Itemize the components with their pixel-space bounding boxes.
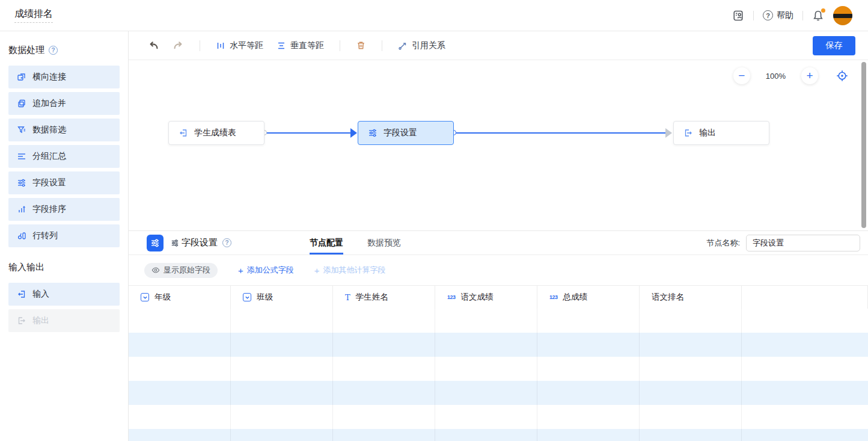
output-icon — [683, 128, 693, 138]
table-cell — [537, 381, 640, 405]
column-header-label: 语文排名 — [652, 292, 684, 303]
union-icon — [17, 99, 26, 108]
column-header-empty — [742, 286, 868, 309]
sidebar-item-append-union[interactable]: 追加合并 — [8, 92, 120, 115]
flow-canvas[interactable]: − 100% + — [129, 60, 868, 230]
text-type-icon: T — [345, 294, 350, 301]
column-header-grade[interactable]: 年级 — [129, 286, 231, 309]
add-formula-field-button[interactable]: + 添加公式字段 — [238, 265, 294, 276]
flow-node-output[interactable]: 输出 — [673, 121, 769, 145]
table-cell — [640, 381, 742, 405]
flow-node-label: 学生成绩表 — [194, 128, 236, 138]
table-cell — [231, 405, 333, 429]
sidebar-item-row-to-column[interactable]: 行转列 — [8, 224, 120, 247]
vertical-distribute-button[interactable]: 垂直等距 — [274, 38, 326, 54]
group-list-icon — [17, 152, 26, 161]
eye-icon — [151, 266, 160, 274]
horizontal-distribute-label: 水平等距 — [230, 40, 263, 51]
sidebar-item-data-filter[interactable]: 数据筛选 — [8, 119, 120, 141]
sidebar-item-label: 数据筛选 — [32, 125, 66, 135]
sliders-icon — [17, 178, 26, 188]
flow-link — [264, 132, 351, 134]
panel-help-icon[interactable]: ? — [222, 238, 231, 247]
output-icon — [17, 316, 26, 325]
show-original-fields-button[interactable]: 显示原始字段 — [144, 263, 218, 278]
sidebar-item-group-summary[interactable]: 分组汇总 — [8, 145, 120, 168]
zoom-level: 100% — [766, 72, 786, 81]
sidebar-item-field-settings[interactable]: 字段设置 — [8, 171, 120, 194]
undo-button[interactable] — [145, 37, 162, 54]
help-button[interactable]: ? 帮助 — [763, 10, 793, 21]
vertical-scrollbar[interactable] — [861, 62, 866, 228]
section-title: 输入输出 — [8, 262, 44, 273]
table-cell — [231, 309, 333, 333]
table-cell — [333, 381, 435, 405]
sidebar-item-input[interactable]: 输入 — [8, 283, 120, 306]
sidebar-item-label: 分组汇总 — [32, 151, 66, 162]
table-cell — [742, 357, 868, 381]
sidebar-item-label: 行转列 — [32, 230, 58, 241]
section-help-icon[interactable]: ? — [49, 46, 58, 55]
table-cell — [333, 333, 435, 357]
column-header-label: 班级 — [257, 292, 273, 303]
tab-data-preview[interactable]: 数据预览 — [367, 231, 401, 254]
transpose-icon — [17, 231, 26, 241]
add-other-calc-field-label: 添加其他计算字段 — [323, 265, 386, 276]
redo-button[interactable] — [170, 37, 186, 54]
table-cell — [231, 357, 333, 381]
flow-link-arrow — [665, 128, 672, 138]
tab-node-config[interactable]: 节点配置 — [310, 231, 343, 254]
save-button[interactable]: 保存 — [813, 36, 855, 55]
table-row — [129, 429, 868, 441]
table-cell — [640, 309, 742, 333]
reference-relation-button[interactable]: 引用关系 — [396, 38, 448, 54]
panel-title-group: 字段设置 — [171, 237, 218, 248]
main-area: 水平等距 垂直等距 — [129, 31, 868, 441]
zoom-in-button[interactable]: + — [801, 67, 818, 84]
field-settings-badge-icon — [147, 235, 164, 251]
table-cell — [537, 357, 640, 381]
zoom-controls: − 100% + — [733, 67, 851, 84]
column-header-label: 语文成绩 — [461, 292, 494, 303]
delete-button[interactable] — [353, 38, 368, 53]
sidebar-item-horizontal-join[interactable]: 横向连接 — [8, 66, 120, 88]
flow-node-field-settings[interactable]: 字段设置 — [358, 121, 454, 145]
input-table-icon — [179, 128, 188, 138]
column-header-chinese-score[interactable]: 123 语文成绩 — [435, 286, 537, 309]
filter-icon — [17, 125, 26, 135]
column-header-total-score[interactable]: 123 总成绩 — [537, 286, 640, 309]
column-header-chinese-rank[interactable]: 语文排名 — [640, 286, 742, 309]
sidebar-item-field-sort[interactable]: 字段排序 — [8, 198, 120, 221]
flow-link — [454, 132, 666, 134]
column-header-student-name[interactable]: T 学生姓名 — [333, 286, 435, 309]
flow-node-input-table[interactable]: 学生成绩表 — [168, 121, 264, 145]
table-row — [129, 357, 868, 381]
zoom-out-button[interactable]: − — [733, 67, 750, 84]
column-header-class[interactable]: 班级 — [231, 286, 333, 309]
locate-center-icon[interactable] — [834, 67, 851, 84]
horizontal-distribute-button[interactable]: 水平等距 — [213, 38, 266, 54]
app-window: 成绩排名 ? 帮助 — [0, 0, 868, 441]
page-title[interactable]: 成绩排名 — [14, 8, 53, 23]
divider — [753, 11, 754, 20]
divider — [382, 40, 382, 51]
table-cell — [742, 333, 868, 357]
table-cell — [537, 405, 640, 429]
panel-header: 字段设置 ? 节点配置 数据预览 节点名称: — [129, 231, 868, 255]
avatar[interactable] — [833, 6, 852, 25]
table-cell — [333, 357, 435, 381]
topbar-actions: ? 帮助 — [732, 6, 852, 25]
table-cell — [231, 381, 333, 405]
table-cell — [129, 405, 231, 429]
reference-relation-label: 引用关系 — [412, 40, 445, 51]
column-header-label: 年级 — [154, 292, 171, 303]
table-cell — [640, 333, 742, 357]
table-cell — [640, 429, 742, 441]
node-name-input[interactable] — [746, 235, 860, 251]
user-guide-icon[interactable] — [732, 10, 744, 22]
table-row — [129, 381, 868, 405]
help-icon: ? — [763, 10, 773, 20]
horizontal-distribute-icon — [216, 41, 225, 51]
divider — [340, 40, 340, 51]
notification-bell-icon[interactable] — [812, 10, 824, 22]
